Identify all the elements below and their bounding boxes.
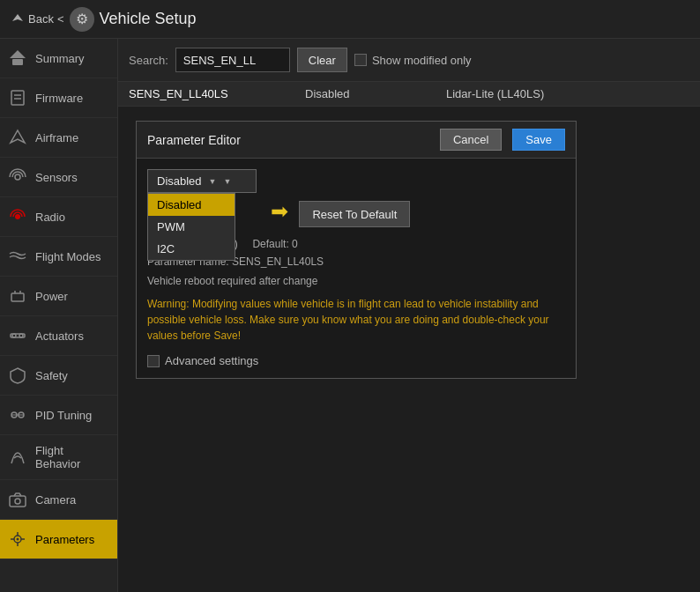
parameters-icon [7,529,28,550]
sidebar-label-actuators: Actuators [35,329,84,343]
reset-container: Reset To Default [299,169,410,227]
dropdown-row: Disabled ▼ Disabled PWM I2C [147,169,565,227]
dropdown-option-i2c[interactable]: I2C [148,238,235,260]
pid-tuning-icon [7,404,28,426]
camera-icon [7,489,28,510]
sidebar-item-radio[interactable]: Radio [0,197,117,237]
dropdown-arrow-icon: ▼ [209,177,217,186]
summary-icon [7,48,28,69]
back-label: Back [28,12,54,26]
sidebar-label-firmware: Firmware [35,92,83,105]
svg-marker-0 [12,14,23,21]
svg-point-19 [15,499,20,504]
sidebar-item-flight-modes[interactable]: Flight Modes [0,237,117,277]
reset-button[interactable]: Reset To Default [299,201,410,227]
power-icon [7,285,28,307]
dropdown-menu: Disabled PWM I2C [147,193,235,261]
result-row-0[interactable]: SENS_EN_LL40LS Disabled Lidar-Lite (LL40… [118,82,700,107]
sidebar-item-summary[interactable]: Summary [0,39,117,78]
sidebar-label-airframe: Airframe [35,131,78,144]
result-name-0: SENS_EN_LL40LS [129,87,305,100]
sidebar-label-sensors: Sensors [35,171,78,184]
sidebar-label-summary: Summary [35,52,85,65]
content-area: Search: Clear Show modified only SENS_EN… [118,39,700,592]
svg-marker-1 [10,50,26,58]
save-button[interactable]: Save [512,129,565,151]
svg-rect-18 [10,496,26,507]
page-title: Vehicle Setup [100,10,197,28]
back-button[interactable]: Back < [11,12,64,26]
dropdown-option-disabled[interactable]: Disabled [148,194,235,216]
sidebar-item-safety[interactable]: Safety [0,356,117,396]
sidebar-label-flight-modes: Flight Modes [35,250,101,263]
gear-icon: ⚙ [70,7,94,32]
main-layout: Summary Firmware Airframe Sensors [0,39,700,592]
advanced-settings-row[interactable]: Advanced settings [147,354,565,367]
sidebar-item-airframe[interactable]: Airframe [0,118,117,158]
svg-rect-2 [12,59,23,65]
sidebar-label-parameters: Parameters [35,533,94,546]
app-header: Back < ⚙ Vehicle Setup [0,0,700,39]
sidebar-label-flight-behavior: Flight Behavior [35,444,110,470]
search-bar: Search: Clear Show modified only [118,39,700,82]
sidebar-item-flight-behavior[interactable]: Flight Behavior [0,435,117,480]
show-modified-checkbox[interactable] [354,54,367,66]
sidebar-item-camera[interactable]: Camera [0,480,117,520]
clear-button[interactable]: Clear [297,48,347,72]
advanced-checkbox[interactable] [147,355,160,367]
sidebar-item-parameters[interactable]: Parameters [0,520,117,559]
show-modified-toggle[interactable]: Show modified only [354,54,472,67]
dropdown-option-pwm[interactable]: PWM [148,216,235,238]
safety-icon [7,365,28,386]
param-editor-box: Parameter Editor Cancel Save Disabled ▼ [136,121,577,379]
arrow-indicator-icon: ➡ [271,201,288,222]
dropdown-selected-value: Disabled [157,174,202,188]
sidebar-label-camera: Camera [35,493,76,507]
firmware-icon [7,87,28,108]
dropdown-button[interactable]: Disabled ▼ [147,169,257,193]
svg-point-13 [12,334,16,337]
svg-rect-3 [11,91,24,105]
param-editor-area: Parameter Editor Cancel Save Disabled ▼ [118,107,700,592]
arrow-container: ➡ [267,169,288,222]
show-modified-label: Show modified only [372,54,472,67]
actuators-icon [7,325,28,346]
svg-point-8 [15,214,20,219]
svg-rect-9 [11,293,24,301]
airframe-icon [7,127,28,148]
sidebar-label-radio: Radio [35,211,65,224]
sidebar-item-actuators[interactable]: Actuators [0,316,117,356]
warning-text: Warning: Modifying values while vehicle … [147,296,565,344]
cancel-button[interactable]: Cancel [440,129,502,151]
sidebar-item-pid-tuning[interactable]: PID Tuning [0,396,117,435]
sidebar-label-pid-tuning: PID Tuning [35,409,92,422]
svg-point-7 [15,174,20,180]
sidebar-item-firmware[interactable]: Firmware [0,78,117,118]
advanced-label: Advanced settings [165,354,258,367]
flight-modes-icon [7,246,28,267]
sidebar-item-power[interactable]: Power [0,277,117,316]
param-editor-body: Disabled ▼ Disabled PWM I2C [137,159,576,378]
sidebar: Summary Firmware Airframe Sensors [0,39,118,592]
search-label: Search: [129,54,168,67]
result-value-0: Disabled [305,87,446,100]
sidebar-label-safety: Safety [35,369,68,382]
result-desc-0: Lidar-Lite (LL40LS) [446,87,689,100]
svg-point-14 [19,334,23,337]
flight-behavior-icon [7,447,28,468]
radio-icon [7,206,28,227]
svg-marker-6 [11,130,25,143]
search-input[interactable] [175,48,290,72]
sidebar-item-sensors[interactable]: Sensors [0,158,117,197]
sensors-icon [7,166,28,188]
drone-icon [11,12,25,26]
sidebar-label-power: Power [35,290,68,303]
param-editor-header: Parameter Editor Cancel Save [137,122,576,159]
dropdown-select[interactable]: Disabled ▼ Disabled PWM I2C [147,169,257,193]
reboot-notice: Vehicle reboot required after change [147,275,565,287]
svg-point-21 [17,538,19,541]
param-editor-title: Parameter Editor [147,133,429,147]
